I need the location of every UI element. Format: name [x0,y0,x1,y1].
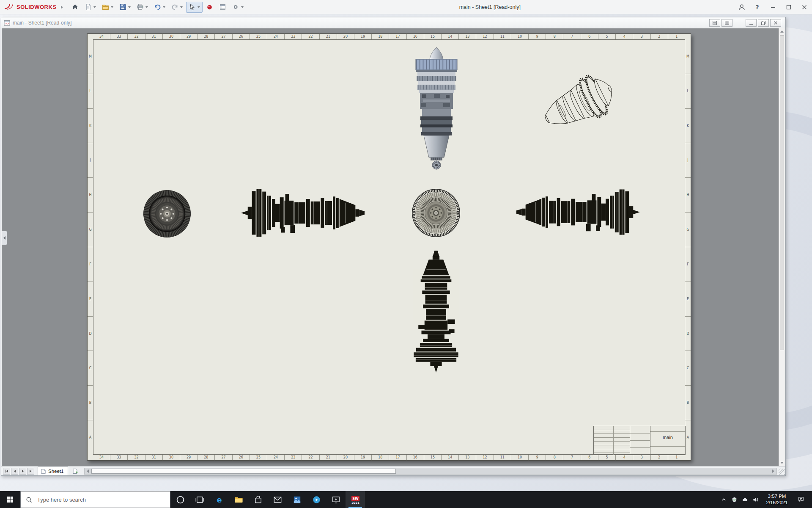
record-macro-button[interactable] [203,2,216,13]
taskbar-solidworks-button[interactable]: SW2021 [346,491,365,508]
sheet-zone-row-bottom: 3433323130292827262524232221201918171615… [93,455,685,460]
tile-vertical-icon [724,20,730,25]
media-player-icon [312,495,321,505]
scroll-down-button[interactable] [779,460,785,466]
sheet-zone-label: E [685,282,691,317]
taskbar-task-view-button[interactable] [190,491,209,508]
tray-onedrive-button[interactable] [740,491,750,508]
scroll-right-button[interactable] [770,468,776,474]
taskbar-store-button[interactable] [248,491,268,508]
featuremanager-collapsed-tab[interactable] [2,231,7,245]
sheet-zone-label: F [685,247,691,282]
sheet-zone-label: 10 [511,34,529,39]
chevron-down-icon[interactable] [145,6,148,8]
document-titlebar[interactable]: main - Sheet1 [Read-only] [1,17,785,28]
tray-hidden-icons-button[interactable] [719,491,729,508]
next-sheet-button[interactable] [19,468,26,475]
tray-volume-button[interactable] [750,491,761,508]
doc-minimize-button[interactable] [746,19,757,27]
options-button[interactable] [230,2,246,13]
print-button[interactable] [134,2,151,13]
sheet-zone-label: 3 [633,34,650,39]
sheet-zone-label: M [88,39,93,74]
help-button[interactable]: ? [749,0,765,14]
sheet-zone-label: 22 [302,455,319,460]
view-top-shaded[interactable] [410,46,463,173]
window-resize-grip[interactable] [779,469,785,475]
save-button[interactable] [117,2,133,13]
taskbar-mail-button[interactable] [268,491,287,508]
title-block-fields [630,426,650,455]
sheet-zone-label: 12 [476,34,494,39]
chevron-down-icon[interactable] [180,6,183,8]
view-front[interactable] [411,188,461,238]
add-sheet-button[interactable] [71,467,80,475]
tile-vertical-button[interactable] [721,19,732,27]
taskbar-media-player-button[interactable] [307,491,326,508]
sheet-zone-label: 15 [424,455,442,460]
view-side-left[interactable] [240,186,365,240]
drawing-sheet[interactable]: 3433323130292827262524232221201918171615… [87,33,691,461]
close-icon [801,3,808,11]
doc-close-button[interactable] [770,19,781,27]
action-center-button[interactable] [793,496,809,503]
chevron-down-icon[interactable] [241,6,244,8]
vertical-scroll-thumb[interactable] [780,35,784,350]
sheet-zone-label: D [88,317,93,351]
tray-security-button[interactable] [729,491,740,508]
horizontal-scrollbar[interactable] [84,468,777,475]
view-left-fan[interactable] [142,189,192,239]
close-icon [773,20,778,25]
chevron-down-icon[interactable] [163,6,165,8]
first-sheet-button[interactable] [3,468,10,475]
horizontal-scroll-thumb[interactable] [91,469,396,474]
save-icon [119,3,126,11]
scroll-up-button[interactable] [779,28,785,35]
redo-button[interactable] [169,2,185,13]
solidworks-taskbar-icon: SW2021 [351,495,360,505]
select-button[interactable] [186,2,203,13]
tile-horizontal-button[interactable] [709,19,720,27]
nav-prev-icon [13,469,17,473]
vertical-scrollbar[interactable] [779,28,785,466]
minimize-button[interactable] [765,0,781,14]
new-document-button[interactable] [82,2,99,13]
taskbar-movies-tv-button[interactable] [326,491,346,508]
open-button[interactable] [99,2,116,13]
taskbar-search[interactable] [20,491,170,508]
undo-button[interactable] [151,2,168,13]
drawing-viewport[interactable]: 3433323130292827262524232221201918171615… [2,28,785,466]
document-title: main - Sheet1 [Read-only] [13,20,71,26]
last-sheet-button[interactable] [27,468,34,475]
account-button[interactable] [734,0,749,14]
chevron-down-icon[interactable] [128,6,131,8]
user-icon [738,3,746,11]
chevron-down-icon[interactable] [198,6,200,8]
close-button[interactable] [796,0,812,14]
taskbar-cortana-button[interactable] [170,491,190,508]
scroll-left-button[interactable] [85,468,91,474]
search-icon [25,496,33,503]
taskbar-clock[interactable]: 3:57 PM 2/16/2021 [761,493,793,506]
doc-restore-button[interactable] [758,19,769,27]
search-input[interactable] [36,496,165,503]
chevron-down-icon[interactable] [111,6,113,8]
previous-sheet-button[interactable] [11,468,18,475]
view-side-right[interactable] [516,187,641,237]
sheet-zone-label: 29 [180,34,198,39]
file-properties-button[interactable] [217,2,229,13]
document-window-controls [709,19,783,27]
taskbar-file-explorer-button[interactable] [229,491,248,508]
taskbar-photos-button[interactable] [287,491,307,508]
view-isometric[interactable] [527,69,629,139]
sheet-tab-sheet1[interactable]: Sheet1 [38,467,68,475]
sheet-zone-label: C [685,351,691,386]
view-bottom[interactable] [411,249,461,374]
start-button[interactable] [0,491,20,508]
taskbar-edge-button[interactable]: e [209,491,229,508]
chevron-down-icon[interactable] [93,6,96,8]
maximize-button[interactable] [781,0,796,14]
sheet-zone-label: 31 [145,34,163,39]
sheet-zone-label: 4 [616,34,633,39]
home-button[interactable] [69,2,81,13]
